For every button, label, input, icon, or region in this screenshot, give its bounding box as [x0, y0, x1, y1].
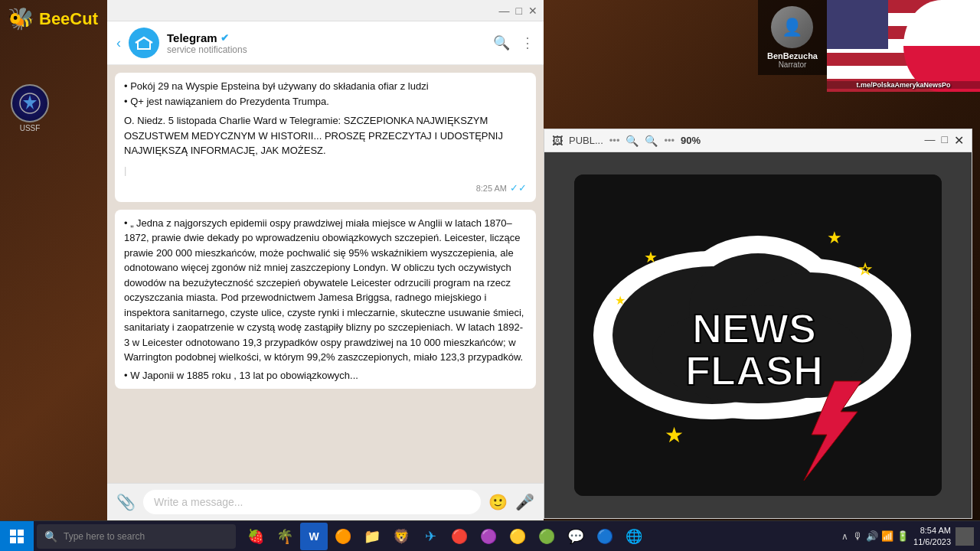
- svg-text:★: ★: [615, 294, 626, 307]
- user-role: Narrator: [767, 60, 818, 69]
- telegram-chat-header: ‹ Telegram ✔ service notifications 🔍 ⋮: [107, 21, 544, 65]
- message-text: • „ Jedna z najgorszych epidemii ospy pr…: [124, 216, 527, 383]
- search-icon[interactable]: 🔍: [493, 34, 510, 51]
- back-button[interactable]: ‹: [116, 35, 121, 51]
- flag-url: t.me/PolskaAmerykaNewsPo: [827, 81, 980, 89]
- chat-name: Telegram ✔: [167, 31, 485, 44]
- taskbar-app-telegram[interactable]: ✈: [416, 523, 444, 550]
- taskbar-app-yellow[interactable]: 🟡: [504, 523, 531, 550]
- bee-icon: 🐝: [8, 6, 34, 31]
- close-button[interactable]: ✕: [528, 5, 537, 17]
- show-desktop-button[interactable]: [956, 527, 974, 546]
- maximize-button[interactable]: □: [516, 5, 522, 17]
- taskbar-app-tree[interactable]: 🌴: [271, 523, 299, 550]
- chat-header-icons: 🔍 ⋮: [493, 34, 534, 51]
- attach-icon[interactable]: 📎: [116, 493, 136, 511]
- user-name: BenBezucha: [767, 51, 818, 60]
- svg-rect-19: [10, 530, 16, 536]
- close-pdf-button[interactable]: ✕: [954, 133, 964, 148]
- flag-widget[interactable]: t.me/PolskaAmerykaNewsPo: [827, 0, 980, 92]
- window-controls: — □ ✕: [925, 133, 964, 148]
- svg-rect-21: [10, 537, 16, 543]
- chat-subtitle: service notifications: [167, 44, 485, 55]
- chat-info: Telegram ✔ service notifications: [167, 31, 485, 55]
- messages-area[interactable]: • Pokój 29 na Wyspie Epsteina był używan…: [107, 65, 544, 483]
- input-placeholder: Write a message...: [154, 496, 243, 508]
- top-right-area: 👤 BenBezucha Narrator t.me/PolskaAmeryka…: [758, 0, 980, 92]
- minimize-button[interactable]: —: [499, 5, 510, 17]
- taskbar-app-whatsapp[interactable]: 💬: [562, 523, 590, 550]
- zoom-out-icon[interactable]: 🔍: [645, 135, 658, 147]
- svg-text:★: ★: [665, 423, 684, 447]
- taskbar-app-strawberry[interactable]: 🍓: [242, 523, 270, 550]
- pdf-title: PUBL...: [569, 135, 603, 146]
- ussf-label: USSF: [20, 124, 41, 132]
- ussf-widget[interactable]: USSF: [11, 84, 49, 132]
- taskbar-app-green[interactable]: 🟢: [533, 523, 560, 550]
- taskbar-app-orange[interactable]: 🟠: [329, 523, 357, 550]
- system-clock: 8:54 AM 11/6/2023: [913, 525, 951, 547]
- battery-tray-icon: 🔋: [897, 530, 909, 542]
- more-icon[interactable]: ⋮: [521, 34, 534, 51]
- system-tray: ∧ 🎙 🔊 📶 🔋 8:54 AM 11/6/2023: [841, 525, 980, 547]
- mic-tray-icon: 🎙: [853, 530, 863, 542]
- pdf-image-icon: 🖼: [552, 135, 563, 147]
- message-text: • Pokój 29 na Wyspie Epsteina był używan…: [124, 79, 527, 178]
- taskbar-app-word[interactable]: W: [300, 523, 328, 550]
- svg-text:NEWS: NEWS: [692, 305, 816, 351]
- message-bubble: • „ Jedna z najgorszych epidemii ospy pr…: [115, 210, 536, 390]
- read-receipt: ✓✓: [510, 181, 527, 196]
- verified-badge: ✔: [220, 32, 229, 44]
- taskbar-search[interactable]: 🔍 Type here to search: [37, 524, 236, 549]
- tray-icons: 🎙 🔊 📶 🔋: [853, 530, 909, 542]
- zoom-in-icon[interactable]: 🔍: [626, 135, 639, 147]
- telegram-window: — □ ✕ ‹ Telegram ✔ service notifications…: [107, 0, 544, 520]
- taskbar-app-brave[interactable]: 🦁: [387, 523, 415, 550]
- taskbar-app-red1[interactable]: 🔴: [446, 523, 473, 550]
- pdf-more-icon[interactable]: •••: [609, 135, 620, 146]
- svg-text:FLASH: FLASH: [685, 347, 823, 393]
- tray-expand-button[interactable]: ∧: [841, 531, 848, 542]
- maximize-pdf-button[interactable]: □: [942, 133, 948, 148]
- taskbar-app-list: 🍓 🌴 W 🟠 📁 🦁 ✈ 🔴 🟣 🟡 🟢 💬 🔵 🌐: [242, 523, 648, 550]
- pdf-controls: 🖼 PUBL... ••• 🔍 🔍 ••• 90%: [552, 135, 701, 147]
- beecut-logo[interactable]: 🐝 BeeCut: [8, 6, 98, 31]
- zoom-level: 90%: [681, 135, 701, 146]
- taskbar-app-purple[interactable]: 🟣: [475, 523, 502, 550]
- taskbar-app-blue[interactable]: 🔵: [591, 523, 619, 550]
- svg-text:★: ★: [859, 262, 871, 277]
- ussf-circle-icon: [11, 84, 49, 122]
- svg-text:★: ★: [644, 249, 658, 266]
- flag-canton: [827, 0, 888, 49]
- user-widget[interactable]: 👤 BenBezucha Narrator: [758, 0, 827, 75]
- svg-rect-22: [18, 537, 24, 543]
- taskbar-app-chrome[interactable]: 🌐: [620, 523, 648, 550]
- clock-date: 11/6/2023: [913, 536, 951, 547]
- message-input[interactable]: Write a message...: [143, 490, 481, 514]
- speaker-tray-icon: 🔊: [866, 530, 878, 542]
- svg-marker-1: [23, 95, 37, 109]
- beecut-label: BeeCut: [39, 9, 98, 29]
- pdf-content-area: ★ ★ ★ ★ ★ NEWS FLASH: [544, 152, 972, 518]
- taskbar: 🔍 Type here to search 🍓 🌴 W 🟠 📁 🦁 ✈ 🔴 🟣 …: [0, 520, 980, 551]
- news-flash-card: ★ ★ ★ ★ ★ NEWS FLASH: [574, 174, 942, 496]
- pdf-titlebar: 🖼 PUBL... ••• 🔍 🔍 ••• 90% — □ ✕: [544, 129, 972, 152]
- search-placeholder: Type here to search: [64, 531, 145, 542]
- start-button[interactable]: [0, 521, 34, 552]
- search-icon: 🔍: [44, 530, 57, 543]
- taskbar-app-folder[interactable]: 📁: [358, 523, 386, 550]
- minimize-pdf-button[interactable]: —: [925, 133, 936, 148]
- clock-time: 8:54 AM: [913, 525, 951, 536]
- pdf-viewer-window: 🖼 PUBL... ••• 🔍 🔍 ••• 90% — □ ✕: [544, 129, 972, 519]
- emoji-icon[interactable]: 🙂: [488, 493, 508, 511]
- message-input-area: 📎 Write a message... 🙂 🎤: [107, 483, 544, 520]
- pdf-options-icon[interactable]: •••: [664, 135, 675, 146]
- telegram-titlebar: — □ ✕: [107, 0, 544, 21]
- svg-rect-20: [18, 530, 24, 536]
- avatar: 👤: [771, 6, 813, 48]
- network-tray-icon: 📶: [881, 530, 893, 542]
- polish-flag-overlay: [903, 0, 980, 92]
- microphone-icon[interactable]: 🎤: [515, 493, 534, 511]
- svg-text:★: ★: [827, 228, 842, 247]
- message-bubble: • Pokój 29 na Wyspie Epsteina był używan…: [115, 73, 536, 202]
